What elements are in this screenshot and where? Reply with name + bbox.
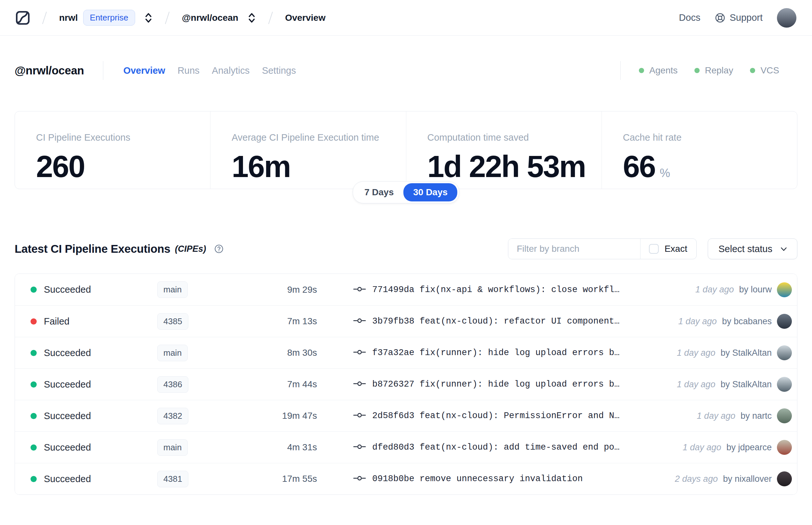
- exact-filter: Exact: [640, 239, 696, 259]
- author: by jdpearce: [726, 442, 772, 452]
- row-avatar: [777, 377, 792, 392]
- breadcrumb-separator: [165, 11, 170, 24]
- status-dot: [694, 68, 700, 73]
- cipe-section-header: Latest CI Pipeline Executions (CIPEs) Ex…: [15, 238, 797, 259]
- exact-label: Exact: [664, 244, 687, 254]
- git-commit-icon: [353, 442, 366, 452]
- branch-cell: main: [157, 345, 226, 361]
- range-7-days-button[interactable]: 7 Days: [355, 183, 403, 201]
- exact-checkbox[interactable]: [649, 244, 659, 254]
- stat-card-value: 16m: [232, 151, 290, 182]
- tab-runs[interactable]: Runs: [178, 65, 200, 76]
- workspace-title: @nrwl/ocean: [15, 64, 84, 77]
- duration: 7m 13s: [226, 316, 317, 327]
- stat-card-label: Cache hit rate: [623, 132, 797, 143]
- stat-card: Computation time saved1d 22h 53m: [406, 111, 601, 189]
- duration: 17m 55s: [226, 474, 317, 484]
- meta-cell: 2 days agoby nixallover: [669, 471, 792, 486]
- header-divider: [621, 61, 621, 80]
- status-label: Succeeded: [44, 379, 91, 390]
- git-commit-icon: [353, 348, 366, 357]
- user-avatar[interactable]: [777, 8, 796, 28]
- commit-message: b8726327 fix(runner): hide log upload er…: [372, 379, 620, 389]
- branch-cell: 4385: [157, 313, 226, 330]
- succeeded-dot: [31, 381, 37, 388]
- header-divider: [103, 61, 103, 80]
- status-label: Succeeded: [44, 442, 91, 453]
- status-label: Failed: [44, 316, 70, 327]
- nx-cloud-logo[interactable]: [16, 11, 30, 25]
- author: by nartc: [740, 411, 772, 421]
- chevron-up-down-icon[interactable]: [247, 12, 256, 24]
- tab-overview[interactable]: Overview: [123, 65, 165, 76]
- status-cell: Succeeded: [31, 474, 157, 484]
- table-row[interactable]: Succeededmain4m 31sdfed80d3 feat(nx-clou…: [15, 432, 797, 463]
- branch-badge: 4386: [157, 376, 188, 393]
- breadcrumb: nrwl Enterprise @nrwl/ocean Overview: [16, 10, 325, 26]
- breadcrumb-workspace[interactable]: @nrwl/ocean: [182, 12, 256, 24]
- chevron-up-down-icon[interactable]: [144, 12, 153, 24]
- git-commit-icon: [353, 442, 366, 451]
- commit-cell: 771499da fix(nx-api & workflows): close …: [353, 285, 689, 295]
- row-avatar: [777, 314, 792, 329]
- stat-card-value: 66: [623, 151, 656, 182]
- stat-card-value-row: 66%: [623, 151, 797, 182]
- author: by bcabanes: [722, 316, 772, 327]
- tab-settings[interactable]: Settings: [262, 65, 296, 76]
- stat-card-value-row: 1d 22h 53m: [427, 151, 601, 182]
- commit-message: 2d58f6d3 feat(nx-cloud): PermissionError…: [372, 411, 620, 421]
- branch-cell: 4386: [157, 376, 226, 393]
- docs-link[interactable]: Docs: [679, 12, 700, 23]
- status-select-button[interactable]: Select status: [708, 238, 797, 259]
- status-dot: [750, 68, 755, 73]
- author: by StalkAltan: [720, 348, 772, 358]
- time-ago: 1 day ago: [697, 411, 735, 421]
- docs-label: Docs: [679, 12, 700, 23]
- status-label: Replay: [705, 65, 733, 76]
- succeeded-dot: [31, 287, 37, 293]
- branch-cell: main: [157, 439, 226, 456]
- breadcrumb-org[interactable]: nrwl Enterprise: [59, 10, 153, 26]
- author: by StalkAltan: [720, 379, 772, 390]
- cipe-title-suffix: (CIPEs): [175, 244, 206, 254]
- branch-badge: 4382: [157, 408, 188, 424]
- help-icon[interactable]: [214, 244, 224, 254]
- stat-card-value: 260: [36, 151, 85, 182]
- row-avatar: [777, 345, 792, 360]
- status-cell: Succeeded: [31, 411, 157, 421]
- workspace-header: @nrwl/ocean OverviewRunsAnalyticsSetting…: [15, 36, 797, 80]
- row-avatar: [777, 471, 792, 486]
- status-label: VCS: [760, 65, 779, 76]
- duration: 19m 47s: [226, 411, 317, 421]
- stat-card-value-row: 260: [36, 151, 210, 182]
- status-cell: Succeeded: [31, 284, 157, 295]
- table-row[interactable]: Succeeded438117m 55s0918b0be remove unne…: [15, 463, 797, 494]
- table-row[interactable]: Succeededmain8m 30sf37a32ae fix(runner):…: [15, 337, 797, 369]
- commit-cell: 2d58f6d3 feat(nx-cloud): PermissionError…: [353, 411, 690, 421]
- status-replay[interactable]: Replay: [694, 65, 733, 76]
- tab-analytics[interactable]: Analytics: [212, 65, 249, 76]
- table-row[interactable]: Succeeded43867m 44sb8726327 fix(runner):…: [15, 369, 797, 400]
- status-cell: Succeeded: [31, 348, 157, 358]
- support-link[interactable]: Support: [715, 12, 763, 24]
- stat-card: Cache hit rate66%: [601, 111, 797, 189]
- table-row[interactable]: Succeeded438219m 47s2d58f6d3 feat(nx-clo…: [15, 400, 797, 432]
- branch-filter-group: Exact: [508, 238, 697, 259]
- row-avatar: [777, 282, 792, 297]
- commit-cell: 0918b0be remove unnecessary invalidation: [353, 474, 669, 484]
- table-row[interactable]: Succeededmain9m 29s771499da fix(nx-api &…: [15, 274, 797, 305]
- status-vcs[interactable]: VCS: [750, 65, 779, 76]
- commit-message: f37a32ae fix(runner): hide log upload er…: [372, 348, 620, 358]
- table-row[interactable]: Failed43857m 13s3b79fb38 feat(nx-cloud):…: [15, 305, 797, 337]
- cipe-title: Latest CI Pipeline Executions: [15, 242, 170, 255]
- time-ago: 1 day ago: [683, 442, 721, 452]
- commit-message: dfed80d3 feat(nx-cloud): add time-saved …: [372, 442, 620, 452]
- org-name: nrwl: [59, 13, 78, 23]
- stat-card-suffix: %: [660, 166, 670, 180]
- status-agents[interactable]: Agents: [639, 65, 677, 76]
- range-30-days-button[interactable]: 30 Days: [403, 183, 457, 201]
- duration: 8m 30s: [226, 348, 317, 358]
- branch-filter-input[interactable]: [508, 239, 640, 259]
- meta-cell: 1 day agoby bcabanes: [672, 314, 792, 329]
- commit-message: 0918b0be remove unnecessary invalidation: [372, 474, 583, 484]
